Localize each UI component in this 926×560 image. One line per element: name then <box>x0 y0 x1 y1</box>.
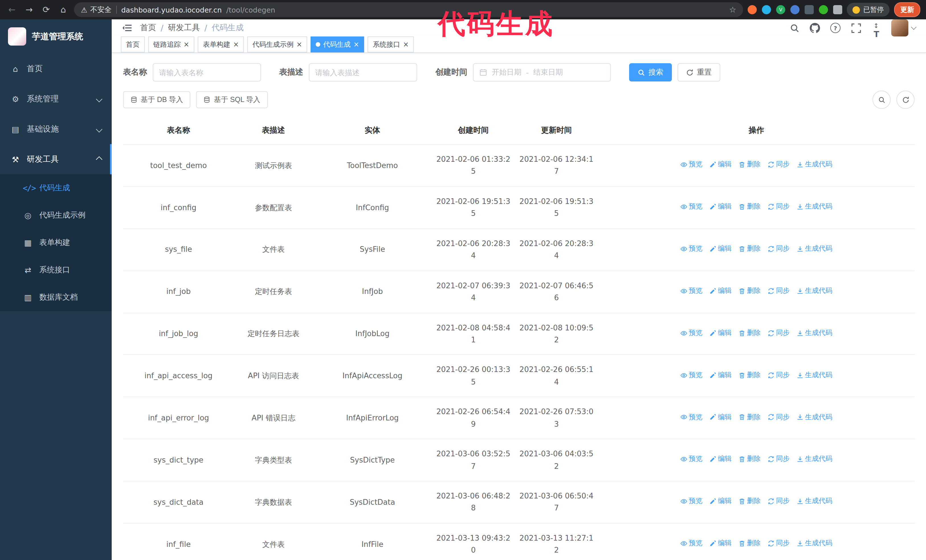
tab-form-builder[interactable]: 表单构建× <box>198 36 244 53</box>
fox-extension-icon[interactable] <box>747 5 757 14</box>
sync-link[interactable]: 同步 <box>767 243 790 255</box>
sidebar-item-codegen-example[interactable]: ◎ 代码生成示例 <box>0 202 112 229</box>
sync-link[interactable]: 同步 <box>767 285 790 297</box>
generate-code-link[interactable]: 生成代码 <box>796 370 832 381</box>
dark-extension-icon[interactable] <box>805 5 814 14</box>
generate-code-link[interactable]: 生成代码 <box>796 328 832 339</box>
preview-link[interactable]: 预览 <box>680 454 702 465</box>
sync-link[interactable]: 同步 <box>767 370 790 381</box>
update-button[interactable]: 更新 <box>894 2 920 17</box>
sidebar-item-home[interactable]: ⌂ 首页 <box>0 54 112 84</box>
edit-link[interactable]: 编辑 <box>709 201 731 213</box>
github-icon[interactable] <box>809 22 820 33</box>
import-db-button[interactable]: 基于 DB 导入 <box>123 91 191 108</box>
reset-button[interactable]: 重置 <box>678 63 720 82</box>
table-desc-input[interactable] <box>309 63 417 82</box>
sidebar-item-system-management[interactable]: ⚙ 系统管理 <box>0 84 112 114</box>
sidebar-fold-icon[interactable] <box>122 23 132 33</box>
sidebar-item-codegen[interactable]: </> 代码生成 <box>0 174 112 202</box>
toggle-search-button[interactable] <box>872 91 891 109</box>
edit-link[interactable]: 编辑 <box>709 538 731 549</box>
bookmark-star-icon[interactable]: ☆ <box>729 5 736 14</box>
forward-icon[interactable]: → <box>23 3 35 16</box>
generate-code-link[interactable]: 生成代码 <box>796 412 832 423</box>
close-icon[interactable]: × <box>353 41 359 48</box>
edit-link[interactable]: 编辑 <box>709 328 731 339</box>
sidebar-item-system-api[interactable]: ⇄ 系统接口 <box>0 257 112 284</box>
sidebar-item-infrastructure[interactable]: ▤ 基础设施 <box>0 114 112 144</box>
generate-code-link[interactable]: 生成代码 <box>796 201 832 213</box>
home-icon[interactable]: ⌂ <box>57 3 70 16</box>
preview-link[interactable]: 预览 <box>680 201 702 213</box>
delete-link[interactable]: 删除 <box>738 285 761 297</box>
paused-badge[interactable]: 已暂停 <box>847 3 890 17</box>
puzzle-extension-icon[interactable] <box>833 5 842 14</box>
generate-code-link[interactable]: 生成代码 <box>796 538 832 549</box>
search-icon[interactable] <box>789 22 800 33</box>
preview-link[interactable]: 预览 <box>680 243 702 255</box>
edit-link[interactable]: 编辑 <box>709 412 731 423</box>
sync-link[interactable]: 同步 <box>767 159 790 171</box>
generate-code-link[interactable]: 生成代码 <box>796 496 832 507</box>
green-v-extension-icon[interactable]: V <box>776 5 785 14</box>
refresh-table-button[interactable] <box>896 91 915 109</box>
delete-link[interactable]: 删除 <box>738 538 761 549</box>
reload-icon[interactable]: ⟳ <box>40 3 53 16</box>
edit-link[interactable]: 编辑 <box>709 454 731 465</box>
fullscreen-icon[interactable] <box>850 22 862 33</box>
search-button[interactable]: 搜索 <box>629 63 672 82</box>
preview-link[interactable]: 预览 <box>680 412 702 423</box>
sidebar-item-db-docs[interactable]: ▥ 数据库文档 <box>0 284 112 311</box>
tab-system-api[interactable]: 系统接口× <box>368 36 414 53</box>
delete-link[interactable]: 删除 <box>738 370 761 381</box>
preview-link[interactable]: 预览 <box>680 370 702 381</box>
font-size-icon[interactable] <box>871 22 882 33</box>
delete-link[interactable]: 删除 <box>738 159 761 171</box>
delete-link[interactable]: 删除 <box>738 328 761 339</box>
edit-link[interactable]: 编辑 <box>709 243 731 255</box>
generate-code-link[interactable]: 生成代码 <box>796 285 832 297</box>
back-icon[interactable]: ← <box>6 3 18 16</box>
delete-link[interactable]: 删除 <box>738 412 761 423</box>
sidebar-item-dev-tools[interactable]: ⚒ 研发工具 <box>0 144 112 174</box>
close-icon[interactable]: × <box>296 41 302 48</box>
close-icon[interactable]: × <box>183 41 189 48</box>
sync-link[interactable]: 同步 <box>767 496 790 507</box>
preview-link[interactable]: 预览 <box>680 496 702 507</box>
generate-code-link[interactable]: 生成代码 <box>796 454 832 465</box>
sync-link[interactable]: 同步 <box>767 454 790 465</box>
close-icon[interactable]: × <box>233 41 239 48</box>
delete-link[interactable]: 删除 <box>738 201 761 213</box>
preview-link[interactable]: 预览 <box>680 538 702 549</box>
people-extension-icon[interactable] <box>790 5 799 14</box>
sync-link[interactable]: 同步 <box>767 538 790 549</box>
table-name-input[interactable] <box>153 63 261 82</box>
generate-code-link[interactable]: 生成代码 <box>796 243 832 255</box>
tab-codegen-example[interactable]: 代码生成示例× <box>247 36 307 53</box>
edit-link[interactable]: 编辑 <box>709 159 731 171</box>
leaf-extension-icon[interactable] <box>819 5 828 14</box>
tab-tracing[interactable]: 链路追踪× <box>148 36 194 53</box>
sidebar-item-form-builder[interactable]: ▦ 表单构建 <box>0 229 112 257</box>
sync-link[interactable]: 同步 <box>767 201 790 213</box>
drop-extension-icon[interactable] <box>762 5 771 14</box>
close-icon[interactable]: × <box>403 41 409 48</box>
delete-link[interactable]: 删除 <box>738 454 761 465</box>
preview-link[interactable]: 预览 <box>680 328 702 339</box>
edit-link[interactable]: 编辑 <box>709 496 731 507</box>
breadcrumb-home[interactable]: 首页 <box>140 23 156 33</box>
import-sql-button[interactable]: 基于 SQL 导入 <box>196 91 268 108</box>
preview-link[interactable]: 预览 <box>680 285 702 297</box>
tab-home[interactable]: 首页 <box>121 36 145 53</box>
sync-link[interactable]: 同步 <box>767 412 790 423</box>
generate-code-link[interactable]: 生成代码 <box>796 159 832 171</box>
breadcrumb-dev-tools[interactable]: 研发工具 <box>168 23 200 33</box>
user-menu[interactable] <box>891 20 916 36</box>
tab-codegen[interactable]: 代码生成× <box>310 36 364 53</box>
sync-link[interactable]: 同步 <box>767 328 790 339</box>
delete-link[interactable]: 删除 <box>738 496 761 507</box>
insecure-warning[interactable]: ⚠ 不安全 <box>81 5 111 15</box>
date-range-picker[interactable]: 开始日期 - 结束日期 <box>473 63 611 82</box>
edit-link[interactable]: 编辑 <box>709 285 731 297</box>
preview-link[interactable]: 预览 <box>680 159 702 171</box>
